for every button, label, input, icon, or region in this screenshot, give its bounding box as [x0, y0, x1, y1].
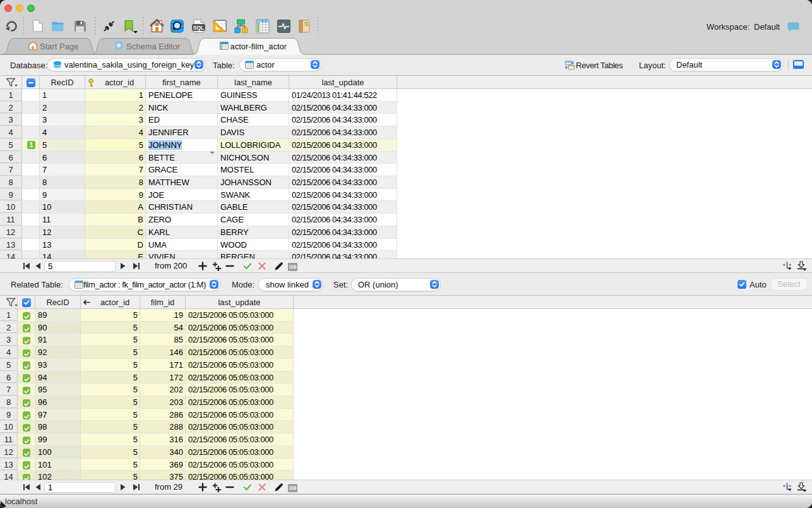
svg-text:Start Page: Start Page [40, 42, 78, 51]
svg-text:Schema Editor: Schema Editor [126, 42, 181, 51]
svg-text:actor-film_actor: actor-film_actor [230, 42, 287, 51]
